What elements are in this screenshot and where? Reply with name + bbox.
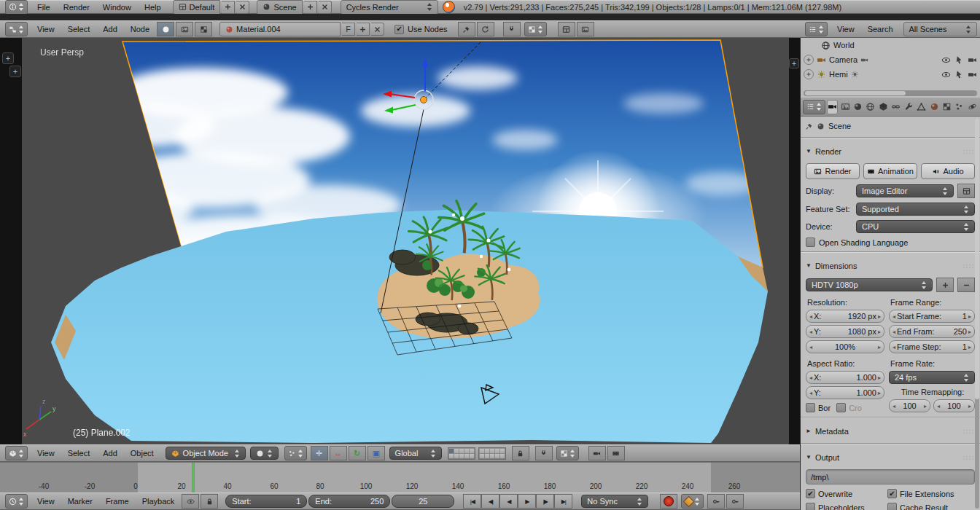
current-frame-field[interactable]: 25 [392, 495, 454, 508]
mode-dropdown[interactable]: Object Mode [166, 447, 246, 460]
time-remap-old-field[interactable]: 100 [889, 399, 930, 412]
parent-node-button[interactable] [477, 22, 494, 36]
osl-row[interactable]: Open Shading Language [801, 238, 980, 247]
outliner-horizontal-scrollbar[interactable] [804, 90, 977, 96]
jump-to-end-button[interactable] [554, 494, 572, 509]
editor-type-button-info[interactable] [5, 0, 28, 15]
resolution-y-field[interactable]: Y:1080 px [806, 325, 884, 338]
render-animation-button[interactable]: Animation [863, 163, 917, 179]
snap-toggle-button[interactable] [535, 446, 553, 460]
panel-grip[interactable] [962, 427, 975, 436]
menu-marker[interactable]: Marker [62, 497, 98, 506]
opengl-render-animation-button[interactable] [607, 446, 625, 460]
panel-grip[interactable] [962, 262, 975, 270]
jump-to-start-button[interactable] [463, 494, 481, 509]
editor-type-button-3dview[interactable] [5, 446, 28, 460]
properties-scrollbar[interactable] [975, 118, 979, 509]
menu-view[interactable]: View [31, 25, 61, 34]
translate-manipulator-button[interactable]: ↔ [330, 446, 347, 460]
expand-icon[interactable] [804, 69, 814, 79]
menu-node[interactable]: Node [125, 25, 155, 34]
add-preset-button[interactable] [936, 278, 954, 292]
menu-add[interactable]: Add [97, 449, 123, 458]
menu-search[interactable]: Search [862, 25, 899, 34]
border-checkbox[interactable] [806, 403, 815, 412]
visibility-eye-icon[interactable] [941, 55, 951, 65]
editor-type-button-node[interactable] [5, 22, 28, 36]
copy-node-button[interactable] [558, 22, 575, 36]
viewport-shading-dropdown[interactable] [250, 447, 279, 460]
layers-widget[interactable] [448, 447, 506, 460]
border-toggle[interactable]: Bor [806, 403, 831, 412]
renderability-camera-icon[interactable] [968, 70, 977, 79]
menu-view[interactable]: View [831, 25, 860, 34]
tab-object[interactable] [878, 100, 889, 114]
expand-toolshelf-button[interactable]: + [2, 52, 14, 64]
crop-checkbox[interactable] [836, 403, 846, 412]
insert-keyframe-button[interactable] [707, 494, 725, 509]
paste-node-button[interactable] [577, 22, 594, 36]
render-preset-dropdown[interactable]: HDTV 1080p [806, 278, 933, 291]
aspect-x-field[interactable]: X:1.000 [806, 371, 884, 384]
editor-type-button-properties[interactable] [803, 100, 825, 114]
overwrite-toggle[interactable]: Overwrite [806, 489, 884, 498]
tab-physics[interactable] [967, 100, 978, 114]
render-audio-button[interactable]: Audio [921, 163, 975, 179]
add-layout-button[interactable] [222, 1, 235, 14]
display-dropdown[interactable]: Image Editor [856, 184, 954, 197]
menu-object[interactable]: Object [125, 449, 160, 458]
output-path-field[interactable]: /tmp\ [806, 469, 975, 484]
lamp-origin-dot[interactable] [421, 97, 427, 103]
menu-add[interactable]: Add [97, 25, 123, 34]
transform-orientation-dropdown[interactable]: Global [389, 447, 442, 460]
unlink-material-button[interactable] [371, 23, 384, 36]
panel-header-output[interactable]: Output [801, 450, 980, 465]
panel-header-dimensions[interactable]: Dimensions [801, 258, 980, 273]
selectability-pointer-icon[interactable] [954, 70, 964, 79]
use-nodes-toggle[interactable]: Use Nodes [394, 25, 447, 34]
pivot-point-dropdown[interactable] [284, 446, 307, 460]
tab-texture[interactable] [941, 100, 952, 114]
overwrite-checkbox[interactable] [806, 489, 815, 498]
menu-view[interactable]: View [31, 497, 61, 506]
render-button[interactable]: Render [806, 163, 860, 179]
timeline-ruler[interactable]: -40 -20 0 20 40 60 80 100 120 140 160 18… [0, 462, 800, 493]
snap-toggle-button[interactable] [503, 22, 521, 36]
end-frame-field[interactable]: End:250 [308, 495, 390, 508]
panel-header-render[interactable]: Render [801, 144, 980, 159]
current-frame-cursor[interactable] [192, 463, 194, 493]
lock-to-scene-button[interactable] [512, 446, 529, 460]
panel-grip[interactable] [962, 147, 975, 156]
panel-header-metadata[interactable]: Metadata [801, 423, 980, 439]
feature-set-dropdown[interactable]: Supported [856, 203, 975, 216]
pin-button[interactable] [458, 22, 475, 36]
add-material-button[interactable] [357, 23, 370, 36]
file-extensions-toggle[interactable]: File Extensions [887, 489, 975, 498]
shader-nodes-tab[interactable] [157, 22, 174, 36]
texture-nodes-tab[interactable] [195, 22, 212, 36]
menu-file[interactable]: File [31, 3, 56, 12]
next-keyframe-button[interactable] [536, 494, 554, 509]
tab-render[interactable] [827, 100, 838, 114]
render-engine-dropdown[interactable]: Cycles Render [341, 0, 438, 15]
panel-grip[interactable] [962, 453, 975, 462]
cache-result-toggle[interactable]: Cache Result [887, 503, 975, 510]
tab-modifiers[interactable] [903, 100, 914, 114]
menu-help[interactable]: Help [139, 3, 167, 12]
keying-set-dropdown[interactable] [681, 494, 704, 509]
osl-checkbox[interactable] [806, 238, 815, 247]
prev-keyframe-button[interactable] [481, 494, 499, 509]
snap-mode-dropdown[interactable] [524, 22, 547, 36]
selectability-pointer-icon[interactable] [954, 55, 964, 65]
expand-properties-region-button[interactable]: + [9, 66, 21, 77]
rotate-manipulator-button[interactable]: ↻ [349, 446, 366, 460]
tab-material[interactable] [928, 100, 939, 114]
tab-particles[interactable] [954, 100, 965, 114]
visibility-eye-icon[interactable] [941, 70, 951, 79]
resolution-percentage-field[interactable]: 100% [806, 340, 884, 353]
placeholders-checkbox[interactable] [806, 503, 815, 510]
renderability-camera-icon[interactable] [968, 55, 977, 65]
cache-result-checkbox[interactable] [887, 503, 897, 510]
outliner-item-world[interactable]: World [801, 38, 980, 52]
start-frame-field[interactable]: Start Frame:1 [889, 310, 975, 323]
